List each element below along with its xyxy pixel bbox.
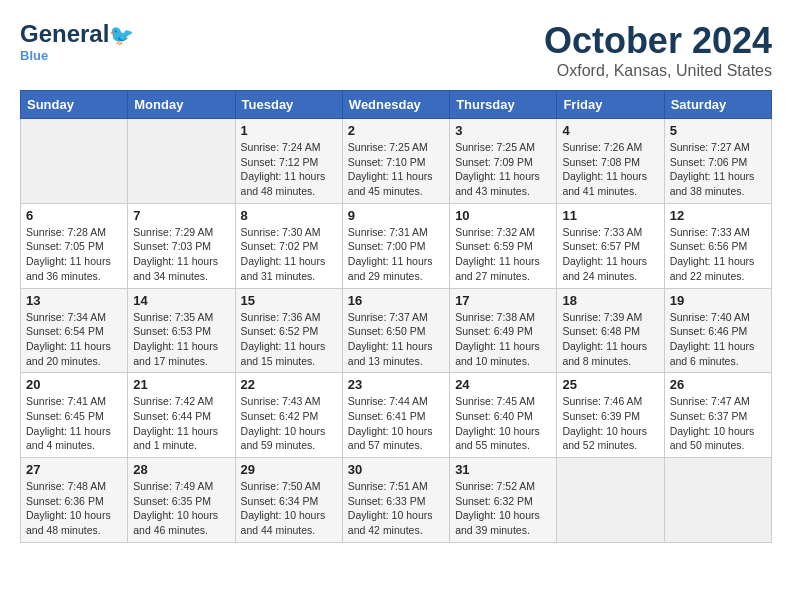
day-info: Sunrise: 7:52 AM Sunset: 6:32 PM Dayligh… (455, 479, 551, 538)
logo-blue: Blue (20, 48, 48, 63)
calendar-day-cell: 19Sunrise: 7:40 AM Sunset: 6:46 PM Dayli… (664, 288, 771, 373)
calendar-day-header: Monday (128, 91, 235, 119)
day-number: 6 (26, 208, 122, 223)
calendar-day-cell: 12Sunrise: 7:33 AM Sunset: 6:56 PM Dayli… (664, 203, 771, 288)
calendar-day-cell (557, 458, 664, 543)
calendar-day-header: Tuesday (235, 91, 342, 119)
calendar-day-cell: 25Sunrise: 7:46 AM Sunset: 6:39 PM Dayli… (557, 373, 664, 458)
day-info: Sunrise: 7:43 AM Sunset: 6:42 PM Dayligh… (241, 394, 337, 453)
calendar-day-cell: 29Sunrise: 7:50 AM Sunset: 6:34 PM Dayli… (235, 458, 342, 543)
calendar-day-cell (128, 119, 235, 204)
calendar-day-cell: 31Sunrise: 7:52 AM Sunset: 6:32 PM Dayli… (450, 458, 557, 543)
calendar-day-cell: 20Sunrise: 7:41 AM Sunset: 6:45 PM Dayli… (21, 373, 128, 458)
calendar-week-row: 27Sunrise: 7:48 AM Sunset: 6:36 PM Dayli… (21, 458, 772, 543)
calendar-day-cell: 21Sunrise: 7:42 AM Sunset: 6:44 PM Dayli… (128, 373, 235, 458)
day-info: Sunrise: 7:27 AM Sunset: 7:06 PM Dayligh… (670, 140, 766, 199)
day-info: Sunrise: 7:30 AM Sunset: 7:02 PM Dayligh… (241, 225, 337, 284)
day-number: 5 (670, 123, 766, 138)
day-number: 27 (26, 462, 122, 477)
calendar-day-cell: 22Sunrise: 7:43 AM Sunset: 6:42 PM Dayli… (235, 373, 342, 458)
calendar-body: 1Sunrise: 7:24 AM Sunset: 7:12 PM Daylig… (21, 119, 772, 543)
day-info: Sunrise: 7:24 AM Sunset: 7:12 PM Dayligh… (241, 140, 337, 199)
day-info: Sunrise: 7:36 AM Sunset: 6:52 PM Dayligh… (241, 310, 337, 369)
day-info: Sunrise: 7:31 AM Sunset: 7:00 PM Dayligh… (348, 225, 444, 284)
calendar-day-cell (21, 119, 128, 204)
day-number: 29 (241, 462, 337, 477)
day-info: Sunrise: 7:39 AM Sunset: 6:48 PM Dayligh… (562, 310, 658, 369)
day-number: 4 (562, 123, 658, 138)
calendar-day-header: Friday (557, 91, 664, 119)
calendar-day-header: Sunday (21, 91, 128, 119)
day-info: Sunrise: 7:35 AM Sunset: 6:53 PM Dayligh… (133, 310, 229, 369)
calendar-day-header: Saturday (664, 91, 771, 119)
title-block: October 2024 Oxford, Kansas, United Stat… (544, 20, 772, 80)
calendar-day-cell: 9Sunrise: 7:31 AM Sunset: 7:00 PM Daylig… (342, 203, 449, 288)
day-info: Sunrise: 7:32 AM Sunset: 6:59 PM Dayligh… (455, 225, 551, 284)
calendar-day-header: Wednesday (342, 91, 449, 119)
day-info: Sunrise: 7:49 AM Sunset: 6:35 PM Dayligh… (133, 479, 229, 538)
calendar-day-header: Thursday (450, 91, 557, 119)
day-info: Sunrise: 7:41 AM Sunset: 6:45 PM Dayligh… (26, 394, 122, 453)
day-info: Sunrise: 7:33 AM Sunset: 6:56 PM Dayligh… (670, 225, 766, 284)
day-number: 28 (133, 462, 229, 477)
day-number: 23 (348, 377, 444, 392)
day-number: 15 (241, 293, 337, 308)
day-info: Sunrise: 7:46 AM Sunset: 6:39 PM Dayligh… (562, 394, 658, 453)
day-number: 7 (133, 208, 229, 223)
calendar-day-cell: 5Sunrise: 7:27 AM Sunset: 7:06 PM Daylig… (664, 119, 771, 204)
day-number: 31 (455, 462, 551, 477)
calendar-day-cell: 13Sunrise: 7:34 AM Sunset: 6:54 PM Dayli… (21, 288, 128, 373)
day-number: 11 (562, 208, 658, 223)
day-info: Sunrise: 7:33 AM Sunset: 6:57 PM Dayligh… (562, 225, 658, 284)
day-info: Sunrise: 7:29 AM Sunset: 7:03 PM Dayligh… (133, 225, 229, 284)
day-number: 16 (348, 293, 444, 308)
logo-general: General🐦 (20, 20, 134, 48)
day-number: 20 (26, 377, 122, 392)
day-info: Sunrise: 7:25 AM Sunset: 7:10 PM Dayligh… (348, 140, 444, 199)
calendar-week-row: 20Sunrise: 7:41 AM Sunset: 6:45 PM Dayli… (21, 373, 772, 458)
day-number: 2 (348, 123, 444, 138)
logo: General🐦 Blue (20, 20, 134, 63)
day-number: 30 (348, 462, 444, 477)
day-number: 18 (562, 293, 658, 308)
main-title: October 2024 (544, 20, 772, 62)
day-number: 8 (241, 208, 337, 223)
calendar-day-cell: 2Sunrise: 7:25 AM Sunset: 7:10 PM Daylig… (342, 119, 449, 204)
calendar-day-cell: 14Sunrise: 7:35 AM Sunset: 6:53 PM Dayli… (128, 288, 235, 373)
day-info: Sunrise: 7:48 AM Sunset: 6:36 PM Dayligh… (26, 479, 122, 538)
day-number: 26 (670, 377, 766, 392)
day-number: 10 (455, 208, 551, 223)
day-number: 12 (670, 208, 766, 223)
calendar-day-cell: 16Sunrise: 7:37 AM Sunset: 6:50 PM Dayli… (342, 288, 449, 373)
calendar-header-row: SundayMondayTuesdayWednesdayThursdayFrid… (21, 91, 772, 119)
day-info: Sunrise: 7:50 AM Sunset: 6:34 PM Dayligh… (241, 479, 337, 538)
day-number: 9 (348, 208, 444, 223)
day-info: Sunrise: 7:37 AM Sunset: 6:50 PM Dayligh… (348, 310, 444, 369)
calendar-day-cell: 28Sunrise: 7:49 AM Sunset: 6:35 PM Dayli… (128, 458, 235, 543)
day-info: Sunrise: 7:38 AM Sunset: 6:49 PM Dayligh… (455, 310, 551, 369)
day-number: 24 (455, 377, 551, 392)
calendar-day-cell: 24Sunrise: 7:45 AM Sunset: 6:40 PM Dayli… (450, 373, 557, 458)
day-info: Sunrise: 7:28 AM Sunset: 7:05 PM Dayligh… (26, 225, 122, 284)
day-info: Sunrise: 7:47 AM Sunset: 6:37 PM Dayligh… (670, 394, 766, 453)
calendar-day-cell: 15Sunrise: 7:36 AM Sunset: 6:52 PM Dayli… (235, 288, 342, 373)
day-info: Sunrise: 7:42 AM Sunset: 6:44 PM Dayligh… (133, 394, 229, 453)
calendar-day-cell: 8Sunrise: 7:30 AM Sunset: 7:02 PM Daylig… (235, 203, 342, 288)
calendar-day-cell: 30Sunrise: 7:51 AM Sunset: 6:33 PM Dayli… (342, 458, 449, 543)
day-number: 3 (455, 123, 551, 138)
day-number: 22 (241, 377, 337, 392)
subtitle: Oxford, Kansas, United States (544, 62, 772, 80)
calendar-day-cell: 1Sunrise: 7:24 AM Sunset: 7:12 PM Daylig… (235, 119, 342, 204)
calendar-day-cell: 27Sunrise: 7:48 AM Sunset: 6:36 PM Dayli… (21, 458, 128, 543)
day-number: 14 (133, 293, 229, 308)
calendar-day-cell: 4Sunrise: 7:26 AM Sunset: 7:08 PM Daylig… (557, 119, 664, 204)
calendar-day-cell: 6Sunrise: 7:28 AM Sunset: 7:05 PM Daylig… (21, 203, 128, 288)
calendar-day-cell: 18Sunrise: 7:39 AM Sunset: 6:48 PM Dayli… (557, 288, 664, 373)
calendar-day-cell: 26Sunrise: 7:47 AM Sunset: 6:37 PM Dayli… (664, 373, 771, 458)
calendar-day-cell (664, 458, 771, 543)
calendar-day-cell: 7Sunrise: 7:29 AM Sunset: 7:03 PM Daylig… (128, 203, 235, 288)
calendar-table: SundayMondayTuesdayWednesdayThursdayFrid… (20, 90, 772, 543)
page-header: General🐦 Blue October 2024 Oxford, Kansa… (20, 20, 772, 80)
day-info: Sunrise: 7:44 AM Sunset: 6:41 PM Dayligh… (348, 394, 444, 453)
day-number: 13 (26, 293, 122, 308)
